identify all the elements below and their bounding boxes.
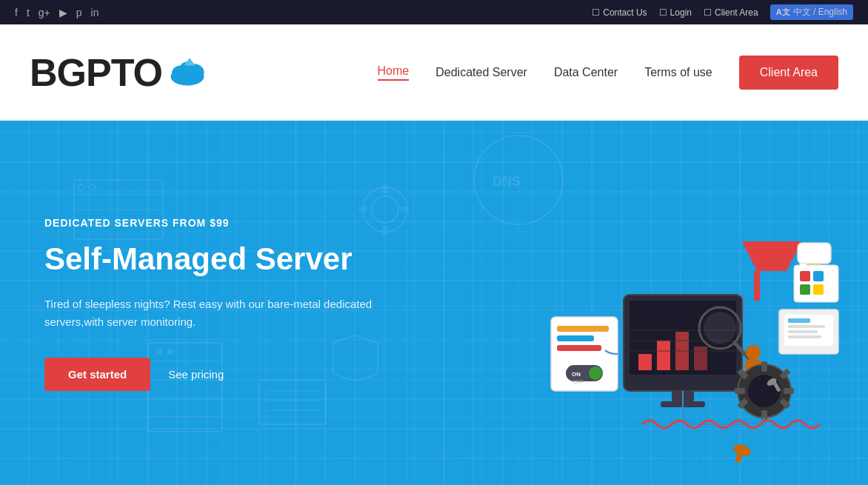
svg-rect-50 bbox=[557, 326, 609, 332]
svg-rect-62 bbox=[784, 388, 794, 394]
twitter-icon: t bbox=[27, 7, 30, 19]
topbar: f t g+ ▶ p in ☐ Contact Us ☐ Login ☐ Cli… bbox=[0, 0, 868, 24]
svg-point-14 bbox=[474, 136, 563, 224]
social-links: f t g+ ▶ p in bbox=[15, 7, 99, 19]
svg-rect-52 bbox=[557, 345, 601, 351]
svg-rect-21 bbox=[400, 207, 409, 213]
svg-rect-61 bbox=[735, 388, 745, 394]
hero-section: DNS DEDICATED SE bbox=[0, 121, 868, 485]
see-pricing-link[interactable]: See pricing bbox=[168, 368, 224, 381]
svg-rect-35 bbox=[638, 354, 652, 370]
logo-text: BGPTO bbox=[30, 50, 162, 95]
login-link[interactable]: ☐ Login bbox=[659, 7, 692, 18]
logo[interactable]: BGPTO bbox=[30, 50, 210, 95]
svg-rect-82 bbox=[813, 271, 824, 281]
svg-rect-85 bbox=[798, 243, 831, 264]
svg-point-45 bbox=[704, 312, 736, 344]
linkedin-link[interactable]: in bbox=[91, 7, 99, 19]
svg-rect-36 bbox=[657, 341, 670, 370]
pinterest-icon: p bbox=[76, 7, 82, 19]
svg-rect-18 bbox=[382, 184, 388, 193]
svg-rect-38 bbox=[694, 347, 707, 370]
hero-illustration: ON OFF bbox=[535, 221, 846, 472]
svg-marker-5 bbox=[184, 58, 195, 66]
googleplus-icon: g+ bbox=[39, 7, 50, 19]
nav-terms-of-use[interactable]: Terms of use bbox=[644, 66, 712, 79]
svg-rect-84 bbox=[813, 284, 824, 295]
hero-content: DEDICATED SERVERS FROM $99 Self-Managed … bbox=[44, 217, 415, 391]
svg-point-13 bbox=[90, 184, 96, 190]
youtube-icon: ▶ bbox=[59, 7, 67, 19]
main-nav: Home Dedicated Server Data Center Terms … bbox=[378, 56, 838, 90]
svg-rect-20 bbox=[358, 207, 367, 213]
client-area-button[interactable]: Client Area bbox=[739, 56, 838, 90]
facebook-icon: f bbox=[15, 7, 18, 19]
svg-rect-83 bbox=[800, 284, 810, 295]
svg-rect-70 bbox=[754, 271, 760, 301]
nav-home[interactable]: Home bbox=[378, 64, 410, 81]
hero-subtitle: DEDICATED SERVERS FROM $99 bbox=[44, 217, 415, 229]
youtube-link[interactable]: ▶ bbox=[59, 7, 67, 19]
svg-rect-80 bbox=[794, 265, 838, 302]
svg-marker-69 bbox=[742, 241, 801, 271]
twitter-link[interactable]: t bbox=[27, 7, 30, 19]
svg-rect-51 bbox=[557, 335, 594, 341]
header: BGPTO Home Dedicated Server Data Center … bbox=[0, 24, 868, 121]
nav-dedicated-server[interactable]: Dedicated Server bbox=[435, 66, 527, 79]
svg-text:DNS: DNS bbox=[493, 174, 521, 189]
svg-rect-77 bbox=[788, 325, 825, 328]
svg-rect-78 bbox=[788, 330, 818, 333]
googleplus-link[interactable]: g+ bbox=[39, 7, 50, 19]
server-illustration-svg: ON OFF bbox=[535, 221, 846, 472]
svg-point-12 bbox=[79, 184, 84, 190]
hero-description: Tired of sleepless nights? Rest easy wit… bbox=[44, 295, 415, 331]
language-icon: A文 bbox=[776, 7, 790, 18]
hero-title: Self-Managed Server bbox=[44, 241, 415, 278]
contact-us-link[interactable]: ☐ Contact Us bbox=[592, 7, 647, 18]
get-started-button[interactable]: Get started bbox=[44, 358, 150, 391]
svg-text:OFF: OFF bbox=[573, 379, 584, 384]
language-switch[interactable]: A文 中文 / English bbox=[770, 4, 853, 20]
svg-text:ON: ON bbox=[572, 371, 581, 378]
nav-data-center[interactable]: Data Center bbox=[554, 66, 618, 79]
facebook-link[interactable]: f bbox=[15, 7, 18, 19]
hero-actions: Get started See pricing bbox=[44, 358, 415, 391]
login-icon: ☐ bbox=[659, 7, 667, 18]
svg-point-54 bbox=[589, 367, 602, 380]
svg-rect-79 bbox=[788, 335, 821, 338]
pinterest-link[interactable]: p bbox=[76, 7, 82, 19]
svg-point-47 bbox=[746, 345, 761, 360]
linkedin-icon: in bbox=[91, 7, 99, 19]
svg-rect-59 bbox=[761, 361, 767, 372]
logo-cloud-icon bbox=[165, 56, 210, 89]
topbar-right: ☐ Contact Us ☐ Login ☐ Client Area A文 中文… bbox=[592, 4, 853, 20]
contact-icon: ☐ bbox=[592, 7, 600, 18]
client-area-link-top[interactable]: ☐ Client Area bbox=[704, 7, 758, 18]
svg-rect-81 bbox=[800, 271, 810, 281]
client-area-icon: ☐ bbox=[704, 7, 712, 18]
svg-rect-76 bbox=[788, 318, 810, 323]
